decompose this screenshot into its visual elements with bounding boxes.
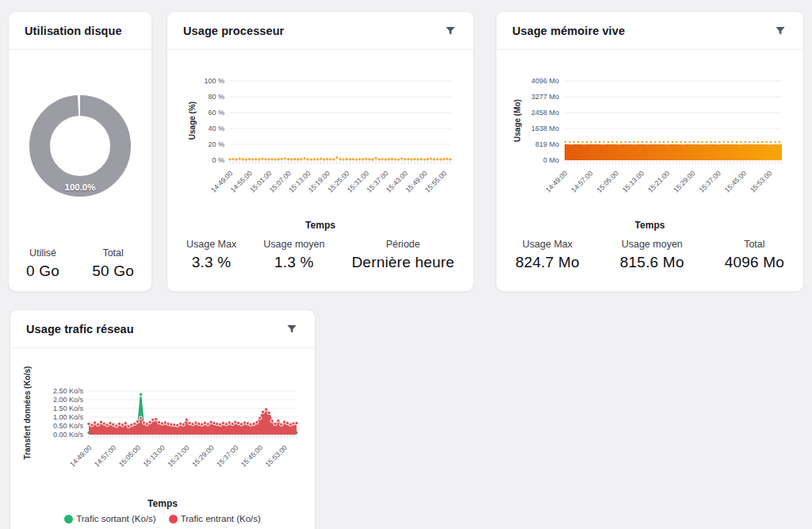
svg-text:15:05:00: 15:05:00 [595,169,619,194]
network-traffic-chart: 2.50 Ko/s2.00 Ko/s1.50 Ko/s1.00 Ko/s0.50… [19,348,306,487]
svg-text:15:21:00: 15:21:00 [646,169,671,194]
cpu-avg-label: Usage moyen [263,239,324,250]
cpu-usage-card: Usage processeur 100 %80 %60 %40 %20 %0 … [167,11,474,292]
disk-used-stat: Utilisé 0 Go [26,247,59,280]
cpu-card-title: Usage processeur [183,25,284,37]
svg-text:15:55:00: 15:55:00 [423,169,448,194]
cpu-period-stat: Période Dernière heure [351,239,454,271]
memory-card-title: Usage mémoire vive [512,25,625,37]
cpu-max-value: 3.3 % [186,254,236,271]
memory-max-label: Usage Max [515,239,580,250]
cpu-period-value: Dernière heure [351,254,454,271]
svg-text:2458 Mo: 2458 Mo [530,109,558,117]
svg-text:1.00 Ko/s: 1.00 Ko/s [53,413,84,421]
svg-text:40 %: 40 % [208,125,224,132]
memory-avg-stat: Usage moyen 815.6 Mo [620,239,684,271]
svg-text:2.00 Ko/s: 2.00 Ko/s [53,396,84,404]
svg-text:80 %: 80 % [208,93,224,101]
svg-text:15:53:00: 15:53:00 [749,169,773,194]
svg-text:819 Mo: 819 Mo [534,140,558,148]
memory-max-stat: Usage Max 824.7 Mo [515,239,580,271]
disk-usage-donut-chart: 100.0% [9,50,151,243]
svg-text:0 %: 0 % [212,156,224,164]
disk-total-stat: Total 50 Go [92,247,134,280]
svg-text:15:29:00: 15:29:00 [190,443,215,468]
svg-text:4096 Mo: 4096 Mo [530,77,558,85]
disk-card-title: Utilisation disque [25,25,122,37]
network-x-axis-title: Temps [10,498,315,509]
network-traffic-card: Usage trafic réseau 2.50 Ko/s2.00 Ko/s1.… [10,309,316,529]
cpu-card-header: Usage processeur [167,12,473,50]
network-legend: Trafic sortant (Ko/s) Trafic entrant (Ko… [10,514,315,523]
memory-usage-chart: 4096 Mo3277 Mo2458 Mo1638 Mo819 Mo0 MoUs… [511,59,790,205]
memory-total-label: Total [725,239,784,250]
cpu-max-label: Usage Max [186,239,236,250]
svg-text:15:45:00: 15:45:00 [239,443,264,468]
trafic-entrant-dot [169,515,178,523]
disk-total-value: 50 Go [92,263,134,280]
cpu-avg-value: 1.3 % [263,254,324,271]
svg-text:3277 Mo: 3277 Mo [530,93,558,101]
svg-text:15:05:00: 15:05:00 [117,443,142,468]
memory-stats-row: Usage Max 824.7 Mo Usage moyen 815.6 Mo … [496,239,803,271]
memory-card-header: Usage mémoire vive [496,12,803,50]
svg-text:14:49:00: 14:49:00 [544,169,569,194]
svg-text:1638 Mo: 1638 Mo [530,125,558,132]
cpu-usage-chart: 100 %80 %60 %40 %20 %0 %Usage (%)14:49:0… [181,59,460,205]
memory-total-stat: Total 4096 Mo [725,239,784,271]
network-filter-button[interactable] [285,322,299,336]
svg-text:60 %: 60 % [208,109,224,117]
svg-text:15:37:00: 15:37:00 [697,169,722,194]
svg-text:0.50 Ko/s: 0.50 Ko/s [53,422,84,430]
svg-text:15:21:00: 15:21:00 [166,443,190,468]
svg-text:0 Mo: 0 Mo [542,156,558,164]
filter-icon [774,25,787,37]
svg-text:15:45:00: 15:45:00 [722,169,747,194]
memory-filter-button[interactable] [773,24,787,38]
memory-usage-card: Usage mémoire vive 4096 Mo3277 Mo2458 Mo… [496,11,804,292]
svg-text:1.50 Ko/s: 1.50 Ko/s [53,404,84,412]
svg-text:14:57:00: 14:57:00 [93,443,117,468]
cpu-max-stat: Usage Max 3.3 % [186,239,236,271]
svg-text:Transfert données (Ko/s): Transfert données (Ko/s) [23,366,32,460]
memory-avg-label: Usage moyen [620,239,684,250]
svg-text:14:49:00: 14:49:00 [68,443,93,468]
memory-max-value: 824.7 Mo [515,254,580,271]
cpu-avg-stat: Usage moyen 1.3 % [263,239,324,271]
svg-text:20 %: 20 % [208,140,224,148]
disk-card-header: Utilisation disque [9,12,151,50]
cpu-filter-button[interactable] [443,24,458,38]
trafic-sortant-label: Trafic sortant (Ko/s) [76,514,156,523]
disk-used-label: Utilisé [26,247,59,259]
network-card-header: Usage trafic réseau [10,310,315,348]
disk-usage-card: Utilisation disque 100.0% Utilisé 0 Go T… [8,11,152,292]
disk-total-label: Total [92,247,134,259]
svg-text:14:57:00: 14:57:00 [569,169,594,194]
svg-text:100 %: 100 % [204,77,224,85]
svg-text:15:37:00: 15:37:00 [215,443,239,468]
svg-text:0.00 Ko/s: 0.00 Ko/s [53,431,84,439]
legend-item-trafic-sortant: Trafic sortant (Ko/s) [64,514,156,523]
memory-total-value: 4096 Mo [725,254,784,271]
memory-avg-value: 815.6 Mo [620,254,684,271]
cpu-x-axis-title: Temps [167,220,473,231]
disk-used-value: 0 Go [26,263,59,280]
svg-text:100.0%: 100.0% [64,182,95,192]
svg-text:15:53:00: 15:53:00 [264,443,289,468]
svg-text:15:29:00: 15:29:00 [672,169,696,194]
cpu-period-label: Période [351,239,454,250]
svg-text:15:13:00: 15:13:00 [142,443,167,468]
trafic-entrant-label: Trafic entrant (Ko/s) [181,514,261,523]
disk-stats-row: Utilisé 0 Go Total 50 Go [9,247,151,280]
trafic-sortant-dot [64,515,73,523]
svg-text:Usage (%): Usage (%) [188,102,197,140]
filter-icon [285,323,298,335]
network-card-title: Usage trafic réseau [26,323,134,335]
memory-x-axis-title: Temps [496,220,803,231]
svg-text:2.50 Ko/s: 2.50 Ko/s [53,387,84,395]
cpu-stats-row: Usage Max 3.3 % Usage moyen 1.3 % Périod… [167,239,473,271]
svg-text:15:13:00: 15:13:00 [620,169,645,194]
legend-item-trafic-entrant: Trafic entrant (Ko/s) [169,514,261,523]
filter-icon [444,25,457,37]
svg-text:Usage (Mo): Usage (Mo) [513,99,522,142]
